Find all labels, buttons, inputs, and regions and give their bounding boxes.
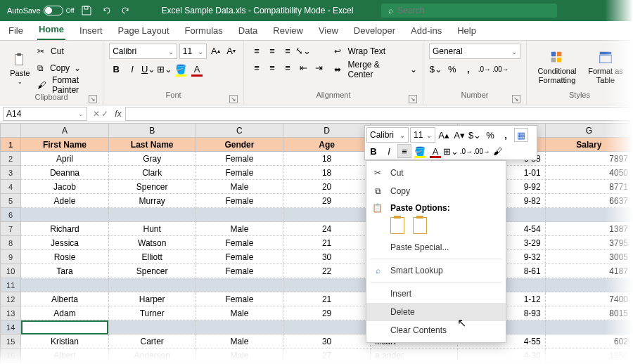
cell[interactable]: 7897	[545, 152, 632, 166]
tab-add-ins[interactable]: Add-ins	[409, 22, 443, 40]
tab-data[interactable]: Data	[237, 22, 259, 40]
cell[interactable]: Adam	[21, 306, 108, 320]
cell[interactable]: 27	[283, 349, 371, 363]
row-header-10[interactable]: 10	[1, 264, 21, 278]
cell[interactable]: Rosie	[21, 250, 108, 264]
tab-page-layout[interactable]: Page Layout	[117, 22, 171, 40]
ctx-insert[interactable]: Insert	[366, 285, 506, 303]
conditional-formatting-button[interactable]: Conditional Formatting	[532, 44, 582, 91]
header-cell[interactable]: Age	[283, 138, 371, 152]
cell[interactable]	[545, 320, 632, 334]
row-header-5[interactable]: 5	[1, 194, 21, 208]
cell[interactable]: Kristian	[21, 334, 108, 349]
header-cell[interactable]: First Name	[21, 138, 108, 152]
cell[interactable]	[283, 208, 371, 222]
cancel-formula-icon[interactable]: ✕	[93, 109, 100, 119]
tab-formulas[interactable]: Formulas	[184, 22, 224, 40]
row-header-11[interactable]: 11	[1, 278, 21, 292]
row-header-15[interactable]: 15	[1, 334, 21, 349]
tab-developer[interactable]: Developer	[352, 22, 397, 40]
mini-increase-font-icon[interactable]: A▴	[437, 128, 451, 142]
cell[interactable]: Spencer	[108, 180, 196, 194]
spreadsheet-grid[interactable]: ABCDEFG1First NameLast NameGenderAgeEmai…	[0, 123, 633, 364]
border-icon[interactable]: ⊞⌄	[158, 62, 172, 76]
merge-center-button[interactable]: ⬌ Merge & Center ⌄	[334, 62, 417, 77]
row-header-3[interactable]: 3	[1, 166, 21, 180]
cell[interactable]: 8015	[545, 306, 632, 320]
cell[interactable]: Harper	[108, 292, 196, 306]
col-header-G[interactable]: G	[545, 124, 632, 138]
cell[interactable]: Female	[196, 194, 283, 208]
underline-icon[interactable]: U⌄	[141, 62, 155, 76]
fill-color-icon[interactable]: 🪣	[174, 62, 188, 76]
dialog-launcher-icon[interactable]: ↘	[229, 95, 238, 103]
cell[interactable]: Male	[196, 222, 283, 236]
cell[interactable]	[21, 278, 108, 292]
decrease-indent-icon[interactable]: ⇤	[296, 60, 310, 74]
paste-option-2-icon[interactable]	[413, 217, 427, 234]
cell[interactable]: 18	[283, 166, 371, 180]
cell[interactable]	[21, 208, 108, 222]
cell[interactable]: 1387	[545, 222, 632, 236]
cell[interactable]: 21	[283, 236, 371, 250]
cell[interactable]	[283, 278, 371, 292]
cell[interactable]	[21, 320, 108, 334]
cell[interactable]: 1956	[545, 349, 632, 363]
ctx-clear-contents[interactable]: Clear Contents	[366, 321, 506, 339]
bold-icon[interactable]: B	[109, 62, 123, 76]
search-input[interactable]	[397, 6, 503, 15]
cell[interactable]: 7400	[545, 292, 632, 306]
select-all[interactable]	[1, 124, 21, 138]
header-cell[interactable]: Gender	[196, 138, 283, 152]
comma-icon[interactable]: ,	[461, 62, 475, 76]
cell[interactable]: Hunt	[108, 222, 196, 236]
toggle-off-icon[interactable]	[44, 6, 63, 15]
cell[interactable]	[283, 320, 371, 334]
increase-decimal-icon[interactable]: .0→	[478, 62, 492, 76]
ctx-paste-special[interactable]: Paste Special...	[366, 238, 506, 256]
ctx-smart-lookup[interactable]: ⌕Smart Lookup	[366, 261, 506, 280]
cell[interactable]: Elliott	[108, 250, 196, 264]
autosave-toggle[interactable]: AutoSave Off	[7, 6, 75, 15]
cell[interactable]: a.ander	[371, 349, 458, 363]
cell[interactable]: 20	[283, 180, 371, 194]
cell[interactable]: Albert	[21, 349, 108, 363]
row-header-7[interactable]: 7	[1, 222, 21, 236]
mini-percent-icon[interactable]: %	[483, 128, 497, 142]
enter-formula-icon[interactable]: ✓	[101, 109, 108, 119]
formula-input[interactable]	[125, 107, 633, 121]
col-header-C[interactable]: C	[196, 124, 283, 138]
mini-decrease-font-icon[interactable]: A▾	[452, 128, 466, 142]
cell[interactable]: 4-30	[458, 349, 545, 363]
currency-icon[interactable]: $⌄	[429, 62, 443, 76]
cell[interactable]: Female	[196, 236, 283, 250]
row-header-4[interactable]: 4	[1, 180, 21, 194]
orientation-icon[interactable]: ⤡⌄	[296, 44, 310, 58]
align-bottom-icon[interactable]: ≡	[281, 44, 295, 58]
mini-format-painter-icon[interactable]: 🖌	[490, 144, 504, 158]
align-middle-icon[interactable]: ≡	[265, 44, 279, 58]
tab-insert[interactable]: Insert	[78, 22, 104, 40]
row-header-14[interactable]: 14	[1, 320, 21, 334]
mini-align-icon[interactable]: ≡	[397, 144, 411, 158]
cell[interactable]: April	[21, 152, 108, 166]
cell[interactable]	[108, 320, 196, 334]
col-header-A[interactable]: A	[21, 124, 108, 138]
cell[interactable]: Alberta	[21, 292, 108, 306]
cell[interactable]: Carter	[108, 334, 196, 349]
mini-fill-icon[interactable]: 🪣	[413, 144, 427, 158]
cell[interactable]: 4187	[545, 264, 632, 278]
cell[interactable]: 29	[283, 194, 371, 208]
ctx-copy[interactable]: ⧉Copy	[366, 182, 506, 200]
cell[interactable]: 18	[283, 152, 371, 166]
cell[interactable]: 21	[283, 292, 371, 306]
tab-help[interactable]: Help	[456, 22, 478, 40]
mini-comma-icon[interactable]: ,	[499, 128, 513, 142]
mini-fontcolor-icon[interactable]: A	[428, 144, 442, 158]
mini-currency-icon[interactable]: $⌄	[468, 128, 482, 142]
ctx-cut[interactable]: ✂Cut	[366, 164, 506, 182]
wrap-text-button[interactable]: ↩ Wrap Text	[334, 44, 417, 59]
align-top-icon[interactable]: ≡	[250, 44, 264, 58]
mini-table-icon[interactable]: ▦	[514, 128, 528, 142]
row-header-1[interactable]: 1	[1, 138, 21, 152]
